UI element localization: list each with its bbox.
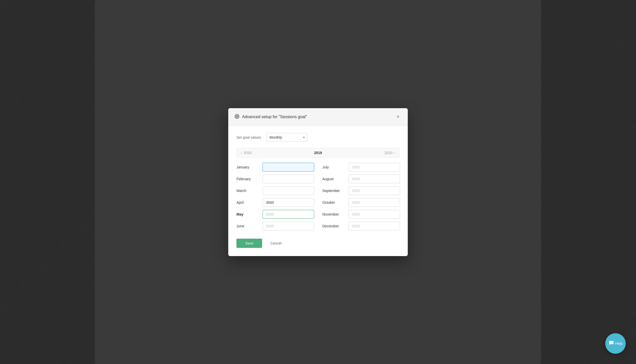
month-input-may[interactable]: [263, 210, 314, 219]
next-year-label: 2020: [384, 151, 392, 155]
month-input-july[interactable]: [349, 163, 400, 171]
modal-body: Set goal values Monthly Weekly Daily Yea…: [228, 126, 408, 256]
month-row-november: November: [322, 210, 400, 219]
month-input-june[interactable]: [263, 222, 314, 230]
help-label: Help: [615, 341, 623, 346]
actions-row: Save Cancel: [236, 239, 400, 248]
month-label-october: October: [322, 200, 345, 205]
month-label-november: November: [322, 212, 345, 216]
month-row-july: July: [322, 163, 400, 171]
month-input-october[interactable]: [349, 198, 400, 207]
month-input-march[interactable]: [263, 186, 314, 195]
month-row-september: September: [322, 186, 400, 195]
month-label-april: April: [236, 200, 260, 205]
month-row-january: January: [236, 163, 314, 171]
month-row-october: October: [322, 198, 400, 207]
month-label-september: September: [322, 189, 345, 193]
month-row-august: August: [322, 175, 400, 183]
cancel-button[interactable]: Cancel: [266, 239, 286, 248]
month-input-february[interactable]: [263, 175, 314, 183]
month-input-january[interactable]: [263, 163, 314, 171]
prev-year-button[interactable]: ‹ 2018: [237, 148, 291, 157]
help-button-inner: Help: [609, 340, 623, 347]
month-label-may: May: [236, 212, 260, 216]
next-year-button[interactable]: 2020 ›: [345, 148, 399, 157]
next-arrow-icon: ›: [394, 151, 395, 155]
month-input-november[interactable]: [349, 210, 400, 219]
modal-header-left: Advanced setup for "Sessions goal": [234, 114, 307, 120]
goal-frequency-select[interactable]: Monthly Weekly Daily Yearly: [266, 133, 307, 142]
month-label-july: July: [322, 165, 345, 169]
chat-bubble-icon: [609, 340, 614, 347]
modal-dialog: Advanced setup for "Sessions goal" × Set…: [228, 108, 408, 256]
svg-point-1: [236, 115, 238, 118]
month-row-march: March: [236, 186, 314, 195]
current-year-label[interactable]: 2019: [291, 148, 345, 157]
dropdown-wrapper: Monthly Weekly Daily Yearly ▾: [266, 133, 307, 142]
month-row-june: June: [236, 222, 314, 230]
month-input-september[interactable]: [349, 186, 400, 195]
month-input-december[interactable]: [349, 222, 400, 230]
set-goal-row: Set goal values Monthly Weekly Daily Yea…: [236, 133, 400, 142]
month-row-december: December: [322, 222, 400, 230]
month-label-january: January: [236, 165, 260, 169]
set-goal-label: Set goal values: [236, 135, 262, 139]
modal-title: Advanced setup for "Sessions goal": [242, 115, 307, 119]
month-input-august[interactable]: [349, 175, 400, 183]
month-label-february: February: [236, 177, 260, 181]
goal-icon: [234, 114, 240, 120]
month-row-february: February: [236, 175, 314, 183]
month-row-april: April: [236, 198, 314, 207]
month-row-may: May: [236, 210, 314, 219]
months-grid: JanuaryJulyFebruaryAugustMarchSeptemberA…: [236, 163, 400, 230]
month-label-june: June: [236, 224, 260, 228]
year-navigation: ‹ 2018 2019 2020 ›: [236, 148, 400, 158]
close-button[interactable]: ×: [394, 113, 402, 120]
svg-point-2: [236, 116, 237, 117]
save-button[interactable]: Save: [236, 239, 262, 248]
month-label-december: December: [322, 224, 345, 228]
modal-header: Advanced setup for "Sessions goal" ×: [228, 108, 408, 126]
prev-arrow-icon: ‹: [241, 151, 242, 155]
prev-year-label: 2018: [244, 151, 252, 155]
help-button[interactable]: Help: [605, 333, 626, 354]
month-input-april[interactable]: [263, 198, 314, 207]
month-label-march: March: [236, 189, 260, 193]
month-label-august: August: [322, 177, 345, 181]
modal-overlay: Advanced setup for "Sessions goal" × Set…: [0, 0, 636, 364]
